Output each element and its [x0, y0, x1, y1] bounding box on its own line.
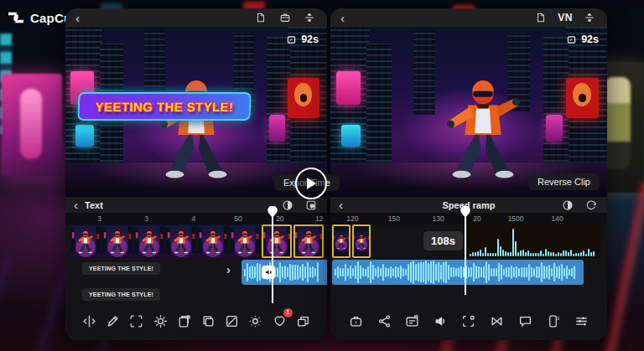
neon-billboard-magenta	[269, 115, 285, 142]
video-clip-filmstrip[interactable]	[70, 225, 324, 258]
playhead[interactable]	[465, 216, 466, 295]
back-chevron-icon[interactable]: ‹	[340, 12, 345, 24]
duration-badge: 92s	[566, 34, 599, 45]
clip-thumbnail[interactable]	[230, 225, 260, 258]
clip-duration-label: 108s	[423, 231, 463, 250]
clipboard-icon[interactable]	[175, 312, 193, 330]
edit-pencil-icon[interactable]	[104, 312, 122, 330]
ruler-tick: 130	[433, 214, 444, 223]
app-comparison-screen: CapCut ‹	[0, 0, 644, 351]
scream-billboard	[566, 78, 600, 118]
favorite-heart-icon[interactable]: 1	[271, 312, 288, 330]
duplicate-icon[interactable]	[200, 312, 217, 330]
neon-billboard-cyan	[75, 125, 94, 147]
svg-text:3: 3	[557, 315, 559, 320]
ruler-tick: 50	[234, 214, 242, 223]
sliders-icon[interactable]	[573, 312, 590, 330]
transition-icon[interactable]	[488, 312, 506, 330]
notification-badge: 1	[283, 308, 293, 317]
captions-icon[interactable]	[403, 312, 421, 330]
overlap-pip-icon[interactable]	[304, 198, 319, 213]
text-track-label[interactable]: YEETING THE STYLE!	[82, 288, 160, 301]
brightness-icon[interactable]	[152, 312, 169, 330]
half-circle-contrast-icon[interactable]	[560, 198, 575, 213]
audio-clip[interactable]	[242, 260, 327, 285]
text-track-label[interactable]: YEETING THE STYLE!	[82, 262, 160, 275]
playhead-pin-icon	[267, 206, 278, 218]
file-icon[interactable]	[253, 10, 268, 25]
playhead-pin-icon	[460, 206, 470, 218]
video-preview[interactable]: YEETING THE STYLE! 92s	[65, 27, 327, 196]
play-icon	[307, 178, 316, 189]
building-silhouette	[366, 44, 392, 165]
select-area-icon[interactable]	[127, 312, 145, 330]
left-timeline-ruler: 3 3 4 50 20 12	[65, 213, 327, 225]
clip-thumbnail[interactable]	[198, 225, 228, 258]
vn-app-label: VN	[558, 12, 573, 23]
expand-chevron-icon[interactable]: ›	[226, 263, 231, 276]
ruler-tick: 140	[552, 214, 564, 223]
clip-thumbnail-selected[interactable]	[332, 225, 351, 258]
share-icon[interactable]	[376, 312, 393, 330]
audio-clip[interactable]	[332, 260, 584, 285]
split-merge-icon[interactable]	[582, 10, 597, 25]
timeline-back-chevron-icon[interactable]: ‹	[339, 199, 343, 211]
timeline-back-chevron-icon[interactable]: ‹	[74, 199, 78, 211]
clip-thumbnail-selected[interactable]	[352, 225, 371, 258]
duration-badge: 92s	[286, 34, 319, 45]
clip-thumbnail-selected[interactable]	[293, 225, 324, 258]
duration-value: 92s	[581, 34, 599, 45]
playhead[interactable]	[272, 216, 273, 303]
text-track-2: YEETING THE STYLE!	[65, 288, 327, 303]
reverse-clip-button[interactable]: Reverse Clip	[528, 173, 600, 190]
comment-icon[interactable]	[517, 312, 534, 330]
capcut-logo-icon	[7, 10, 25, 25]
right-toolbar: 3	[330, 307, 607, 335]
phone-rotate-icon[interactable]: 3	[544, 312, 562, 330]
neon-billboard-pink	[336, 71, 361, 105]
billboard-left	[2, 74, 62, 176]
file-icon[interactable]	[533, 10, 548, 25]
split-merge-icon[interactable]	[302, 10, 317, 25]
clip-thumbnail-selected[interactable]	[262, 225, 292, 258]
ruler-tick: 3	[97, 214, 101, 223]
ruler-tick: 20	[473, 214, 480, 223]
glow-icon[interactable]	[247, 312, 264, 330]
case-icon[interactable]	[347, 312, 365, 330]
caption-banner[interactable]: YEETING THE STYLE!	[77, 92, 251, 121]
audio-waveform	[470, 226, 599, 256]
right-panel-header: ‹ VN	[330, 8, 607, 27]
clip-thumbnail[interactable]	[166, 225, 196, 258]
layers-icon[interactable]	[294, 312, 312, 330]
clip-thumbnail[interactable]	[102, 225, 132, 258]
rotate-icon[interactable]	[584, 198, 599, 213]
neon-billboard-cyan	[341, 125, 361, 147]
clip-duration-icon	[286, 34, 297, 45]
adjust-split-icon[interactable]	[80, 312, 98, 330]
ruler-tick: 3	[144, 214, 148, 223]
audio-clip-orange[interactable]	[468, 225, 600, 258]
left-toolbar: 1	[65, 307, 327, 335]
clip-thumbnail[interactable]	[70, 225, 101, 258]
back-chevron-icon[interactable]: ‹	[75, 12, 80, 24]
kit-box-icon[interactable]	[278, 10, 293, 25]
timeline-title: Text	[85, 200, 103, 210]
speed-audio-track: 108s	[330, 260, 607, 285]
play-button[interactable]	[295, 168, 327, 199]
ruler-tick: 4	[192, 214, 196, 223]
ruler-tick: 12	[315, 214, 323, 223]
neon-billboard-magenta	[546, 115, 563, 142]
left-panel-header: ‹	[65, 8, 327, 27]
half-circle-contrast-icon[interactable]	[280, 198, 295, 213]
audio-waveform	[335, 260, 581, 285]
dancer-character	[147, 74, 246, 189]
building-silhouette	[543, 37, 569, 166]
ruler-tick: 120	[346, 214, 358, 223]
video-preview[interactable]: 92s	[330, 27, 607, 196]
video-clip-filmstrip[interactable]	[332, 225, 371, 258]
clip-thumbnail[interactable]	[134, 225, 164, 258]
scream-billboard	[288, 78, 319, 118]
volume-icon[interactable]	[432, 312, 449, 330]
mask-icon[interactable]	[223, 312, 241, 330]
crop-icon[interactable]	[460, 312, 477, 330]
